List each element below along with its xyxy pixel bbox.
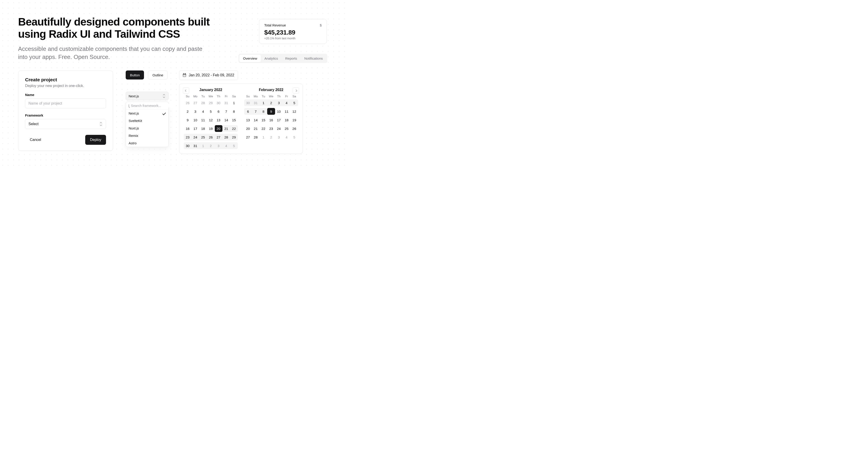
calendar-day[interactable]: 4 <box>222 142 230 149</box>
calendar-day[interactable]: 30 <box>184 142 191 149</box>
tab-notifications[interactable]: Notifications <box>301 55 327 62</box>
calendar-day[interactable]: 4 <box>283 99 290 106</box>
calendar-day[interactable]: 14 <box>252 117 259 123</box>
calendar-day[interactable]: 1 <box>230 99 238 106</box>
calendar-day[interactable]: 25 <box>199 134 207 140</box>
calendar-day[interactable]: 4 <box>199 108 207 115</box>
calendar-day[interactable]: 3 <box>275 99 283 106</box>
calendar-day[interactable]: 17 <box>275 117 283 123</box>
date-range-button[interactable]: Jan 20, 2022 - Feb 09, 2022 <box>179 70 238 80</box>
calendar-day[interactable]: 13 <box>215 117 222 123</box>
combobox-search-input[interactable] <box>131 104 174 107</box>
combobox-option[interactable]: Next.js <box>126 109 168 117</box>
calendar-day[interactable]: 31 <box>191 142 199 149</box>
calendar-day[interactable]: 19 <box>290 117 298 123</box>
calendar-day[interactable]: 22 <box>230 125 238 132</box>
calendar-day[interactable]: 29 <box>230 134 238 140</box>
framework-select[interactable]: Select <box>25 119 106 129</box>
tab-overview[interactable]: Overview <box>239 55 261 62</box>
calendar-day[interactable]: 16 <box>184 125 191 132</box>
combobox-option[interactable]: Nuxt.js <box>126 125 168 132</box>
calendar-day[interactable]: 2 <box>267 99 275 106</box>
deploy-button[interactable]: Deploy <box>85 135 106 145</box>
calendar-day[interactable]: 13 <box>244 117 252 123</box>
calendar-day[interactable]: 27 <box>191 99 199 106</box>
calendar-dow: Sa <box>230 95 238 98</box>
calendar-day[interactable]: 24 <box>191 134 199 140</box>
calendar-day[interactable]: 28 <box>252 134 259 140</box>
primary-button-demo[interactable]: Button <box>126 70 144 79</box>
calendar-day[interactable]: 29 <box>207 99 215 106</box>
calendar-day[interactable]: 14 <box>222 117 230 123</box>
calendar-day[interactable]: 12 <box>290 108 298 115</box>
calendar-day[interactable]: 10 <box>275 108 283 115</box>
calendar-day[interactable]: 23 <box>267 125 275 132</box>
calendar-day[interactable]: 20 <box>215 125 222 132</box>
calendar-day[interactable]: 1 <box>259 134 267 140</box>
calendar-day[interactable]: 11 <box>199 117 207 123</box>
calendar-day[interactable]: 3 <box>275 134 283 140</box>
calendar-day[interactable]: 6 <box>215 108 222 115</box>
calendar-day[interactable]: 20 <box>244 125 252 132</box>
calendar-day[interactable]: 8 <box>230 108 238 115</box>
calendar-day[interactable]: 5 <box>207 108 215 115</box>
calendar-day[interactable]: 7 <box>252 108 259 115</box>
calendar-day[interactable]: 18 <box>199 125 207 132</box>
cancel-button[interactable]: Cancel <box>25 135 46 145</box>
calendar-prev-button[interactable] <box>183 88 189 94</box>
calendar-day[interactable]: 3 <box>215 142 222 149</box>
calendar-day[interactable]: 17 <box>191 125 199 132</box>
calendar-day[interactable]: 1 <box>259 99 267 106</box>
tab-analytics[interactable]: Analytics <box>261 55 282 62</box>
calendar-day[interactable]: 15 <box>230 117 238 123</box>
calendar-next-button[interactable] <box>293 88 299 94</box>
calendar-day[interactable]: 10 <box>191 117 199 123</box>
calendar-day[interactable]: 9 <box>184 117 191 123</box>
calendar-day[interactable]: 5 <box>290 99 298 106</box>
calendar-day[interactable]: 6 <box>244 108 252 115</box>
calendar-day[interactable]: 4 <box>283 134 290 140</box>
calendar-day[interactable]: 26 <box>290 125 298 132</box>
calendar-day[interactable]: 26 <box>184 99 191 106</box>
calendar-day[interactable]: 27 <box>244 134 252 140</box>
calendar-day[interactable]: 3 <box>191 108 199 115</box>
combobox-option-label: SvelteKit <box>129 119 142 123</box>
calendar-day[interactable]: 24 <box>275 125 283 132</box>
calendar-day[interactable]: 31 <box>252 99 259 106</box>
calendar-day[interactable]: 21 <box>252 125 259 132</box>
calendar-day[interactable]: 7 <box>222 108 230 115</box>
tab-reports[interactable]: Reports <box>282 55 301 62</box>
outline-button-demo[interactable]: Outline <box>148 70 167 79</box>
combobox-option[interactable]: Remix <box>126 132 168 139</box>
calendar-day[interactable]: 2 <box>267 134 275 140</box>
calendar-day[interactable]: 22 <box>259 125 267 132</box>
calendar-day[interactable]: 2 <box>184 108 191 115</box>
calendar-day[interactable]: 23 <box>184 134 191 140</box>
combobox-option[interactable]: SvelteKit <box>126 117 168 125</box>
calendar-day[interactable]: 2 <box>207 142 215 149</box>
calendar-day[interactable]: 30 <box>215 99 222 106</box>
calendar-day[interactable]: 1 <box>199 142 207 149</box>
calendar-day[interactable]: 15 <box>259 117 267 123</box>
combobox-option[interactable]: Astro <box>126 139 168 147</box>
calendar-day[interactable]: 26 <box>207 134 215 140</box>
calendar-day[interactable]: 19 <box>207 125 215 132</box>
revenue-delta: +20.1% from last month <box>264 37 322 40</box>
calendar-day[interactable]: 30 <box>244 99 252 106</box>
calendar-day[interactable]: 25 <box>283 125 290 132</box>
calendar-day[interactable]: 16 <box>267 117 275 123</box>
calendar-day[interactable]: 18 <box>283 117 290 123</box>
calendar-day[interactable]: 31 <box>222 99 230 106</box>
calendar-day[interactable]: 21 <box>222 125 230 132</box>
project-name-input[interactable] <box>25 98 106 108</box>
calendar-day[interactable]: 9 <box>267 108 275 115</box>
calendar-day[interactable]: 27 <box>215 134 222 140</box>
calendar-day[interactable]: 5 <box>230 142 238 149</box>
combobox-trigger[interactable]: Next.js <box>126 92 168 100</box>
calendar-day[interactable]: 28 <box>222 134 230 140</box>
calendar-day[interactable]: 11 <box>283 108 290 115</box>
calendar-day[interactable]: 5 <box>290 134 298 140</box>
calendar-day[interactable]: 8 <box>259 108 267 115</box>
calendar-day[interactable]: 28 <box>199 99 207 106</box>
calendar-day[interactable]: 12 <box>207 117 215 123</box>
